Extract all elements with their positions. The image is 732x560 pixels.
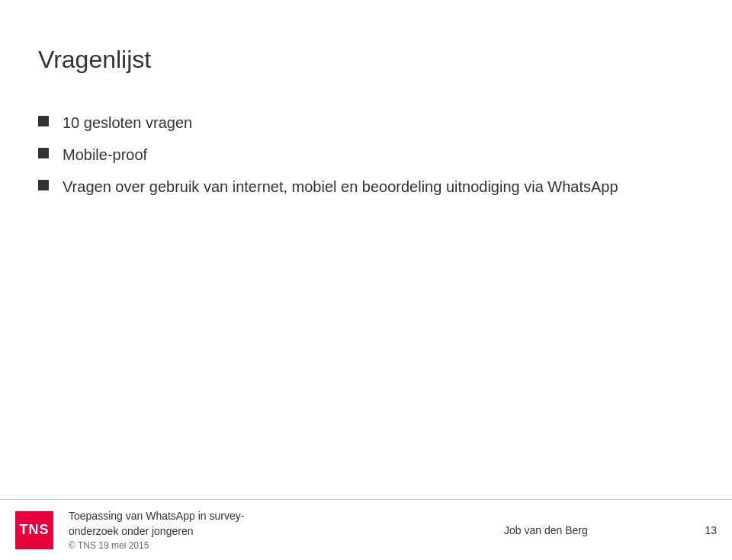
footer-title-line2: onderzoek onder jongeren xyxy=(69,524,387,539)
footer-center-text: Toepassing van WhatsApp in survey- onder… xyxy=(69,509,387,551)
bullet-icon xyxy=(38,116,49,126)
bullet-text: 10 gesloten vragen xyxy=(63,112,192,133)
footer-copyright: © TNS 19 mei 2015 xyxy=(69,540,387,551)
footer: TNS Toepassing van WhatsApp in survey- o… xyxy=(0,499,732,560)
bullet-icon xyxy=(38,180,49,190)
bullet-icon xyxy=(38,148,49,158)
tns-logo: TNS xyxy=(15,511,53,549)
bullet-text: Vragen over gebruik van internet, mobiel… xyxy=(63,176,618,197)
main-content: Vragenlijst 10 gesloten vragen Mobile-pr… xyxy=(0,0,732,197)
footer-author: Job van den Berg xyxy=(504,524,588,536)
page-title: Vragenlijst xyxy=(38,46,694,74)
footer-title-line1: Toepassing van WhatsApp in survey- xyxy=(69,509,387,524)
tns-logo-text: TNS xyxy=(20,522,50,538)
bullet-list: 10 gesloten vragen Mobile-proof Vragen o… xyxy=(38,112,694,197)
list-item: Vragen over gebruik van internet, mobiel… xyxy=(38,176,694,197)
footer-page-number: 13 xyxy=(705,523,717,537)
bullet-text: Mobile-proof xyxy=(63,144,147,165)
list-item: 10 gesloten vragen xyxy=(38,112,694,133)
list-item: Mobile-proof xyxy=(38,144,694,165)
